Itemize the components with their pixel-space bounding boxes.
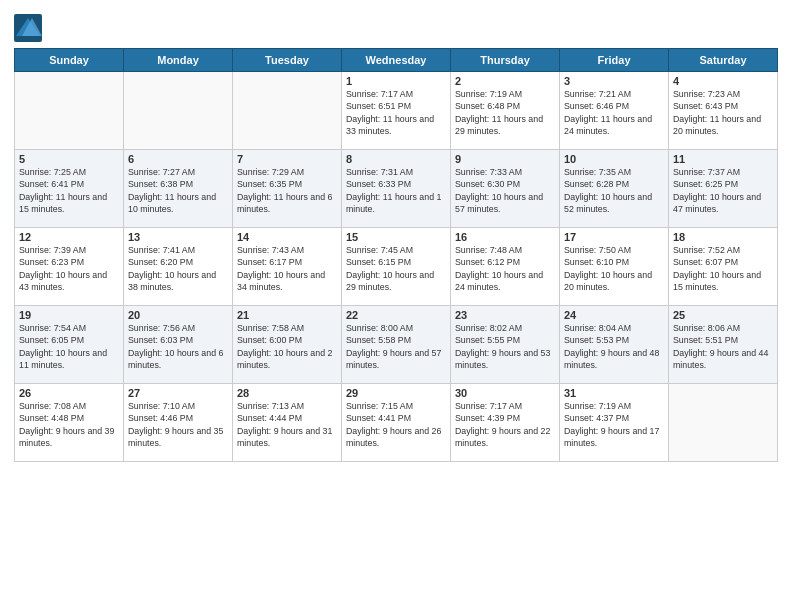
day-info: Sunrise: 7:58 AM Sunset: 6:00 PM Dayligh… [237,322,337,371]
day-number: 5 [19,153,119,165]
day-info: Sunrise: 7:33 AM Sunset: 6:30 PM Dayligh… [455,166,555,215]
calendar-cell: 26Sunrise: 7:08 AM Sunset: 4:48 PM Dayli… [15,384,124,462]
day-number: 19 [19,309,119,321]
page-container: SundayMondayTuesdayWednesdayThursdayFrid… [0,0,792,470]
day-info: Sunrise: 8:06 AM Sunset: 5:51 PM Dayligh… [673,322,773,371]
day-number: 29 [346,387,446,399]
calendar-week-row: 19Sunrise: 7:54 AM Sunset: 6:05 PM Dayli… [15,306,778,384]
calendar-week-row: 26Sunrise: 7:08 AM Sunset: 4:48 PM Dayli… [15,384,778,462]
calendar-cell: 20Sunrise: 7:56 AM Sunset: 6:03 PM Dayli… [124,306,233,384]
day-info: Sunrise: 7:50 AM Sunset: 6:10 PM Dayligh… [564,244,664,293]
day-info: Sunrise: 7:35 AM Sunset: 6:28 PM Dayligh… [564,166,664,215]
day-number: 3 [564,75,664,87]
calendar-cell: 6Sunrise: 7:27 AM Sunset: 6:38 PM Daylig… [124,150,233,228]
calendar-cell: 28Sunrise: 7:13 AM Sunset: 4:44 PM Dayli… [233,384,342,462]
day-info: Sunrise: 7:23 AM Sunset: 6:43 PM Dayligh… [673,88,773,137]
calendar-cell: 27Sunrise: 7:10 AM Sunset: 4:46 PM Dayli… [124,384,233,462]
logo [14,14,45,42]
calendar-cell: 2Sunrise: 7:19 AM Sunset: 6:48 PM Daylig… [451,72,560,150]
day-number: 27 [128,387,228,399]
calendar-cell: 8Sunrise: 7:31 AM Sunset: 6:33 PM Daylig… [342,150,451,228]
day-info: Sunrise: 7:13 AM Sunset: 4:44 PM Dayligh… [237,400,337,449]
day-number: 6 [128,153,228,165]
day-info: Sunrise: 7:45 AM Sunset: 6:15 PM Dayligh… [346,244,446,293]
weekday-header-row: SundayMondayTuesdayWednesdayThursdayFrid… [15,49,778,72]
day-number: 9 [455,153,555,165]
day-number: 18 [673,231,773,243]
day-info: Sunrise: 7:25 AM Sunset: 6:41 PM Dayligh… [19,166,119,215]
calendar-cell: 21Sunrise: 7:58 AM Sunset: 6:00 PM Dayli… [233,306,342,384]
day-info: Sunrise: 7:19 AM Sunset: 4:37 PM Dayligh… [564,400,664,449]
day-info: Sunrise: 7:19 AM Sunset: 6:48 PM Dayligh… [455,88,555,137]
day-number: 15 [346,231,446,243]
day-info: Sunrise: 7:56 AM Sunset: 6:03 PM Dayligh… [128,322,228,371]
weekday-header-tuesday: Tuesday [233,49,342,72]
day-number: 26 [19,387,119,399]
day-number: 17 [564,231,664,243]
day-number: 12 [19,231,119,243]
day-number: 14 [237,231,337,243]
day-number: 8 [346,153,446,165]
day-info: Sunrise: 7:29 AM Sunset: 6:35 PM Dayligh… [237,166,337,215]
calendar-cell [124,72,233,150]
day-number: 20 [128,309,228,321]
weekday-header-monday: Monday [124,49,233,72]
day-number: 16 [455,231,555,243]
calendar-week-row: 1Sunrise: 7:17 AM Sunset: 6:51 PM Daylig… [15,72,778,150]
day-info: Sunrise: 7:37 AM Sunset: 6:25 PM Dayligh… [673,166,773,215]
day-info: Sunrise: 7:15 AM Sunset: 4:41 PM Dayligh… [346,400,446,449]
calendar-cell [15,72,124,150]
day-info: Sunrise: 7:54 AM Sunset: 6:05 PM Dayligh… [19,322,119,371]
day-info: Sunrise: 7:21 AM Sunset: 6:46 PM Dayligh… [564,88,664,137]
day-info: Sunrise: 7:08 AM Sunset: 4:48 PM Dayligh… [19,400,119,449]
calendar-cell: 3Sunrise: 7:21 AM Sunset: 6:46 PM Daylig… [560,72,669,150]
calendar-cell: 22Sunrise: 8:00 AM Sunset: 5:58 PM Dayli… [342,306,451,384]
day-info: Sunrise: 7:17 AM Sunset: 6:51 PM Dayligh… [346,88,446,137]
calendar-cell: 15Sunrise: 7:45 AM Sunset: 6:15 PM Dayli… [342,228,451,306]
calendar-cell: 5Sunrise: 7:25 AM Sunset: 6:41 PM Daylig… [15,150,124,228]
calendar-cell: 23Sunrise: 8:02 AM Sunset: 5:55 PM Dayli… [451,306,560,384]
day-number: 28 [237,387,337,399]
calendar-cell [233,72,342,150]
day-info: Sunrise: 8:02 AM Sunset: 5:55 PM Dayligh… [455,322,555,371]
weekday-header-sunday: Sunday [15,49,124,72]
day-info: Sunrise: 7:48 AM Sunset: 6:12 PM Dayligh… [455,244,555,293]
day-info: Sunrise: 7:31 AM Sunset: 6:33 PM Dayligh… [346,166,446,215]
day-number: 7 [237,153,337,165]
calendar-cell: 31Sunrise: 7:19 AM Sunset: 4:37 PM Dayli… [560,384,669,462]
calendar-cell: 7Sunrise: 7:29 AM Sunset: 6:35 PM Daylig… [233,150,342,228]
logo-icon [14,14,42,42]
calendar-table: SundayMondayTuesdayWednesdayThursdayFrid… [14,48,778,462]
day-info: Sunrise: 7:39 AM Sunset: 6:23 PM Dayligh… [19,244,119,293]
calendar-cell: 9Sunrise: 7:33 AM Sunset: 6:30 PM Daylig… [451,150,560,228]
calendar-week-row: 5Sunrise: 7:25 AM Sunset: 6:41 PM Daylig… [15,150,778,228]
calendar-cell: 10Sunrise: 7:35 AM Sunset: 6:28 PM Dayli… [560,150,669,228]
calendar-cell: 30Sunrise: 7:17 AM Sunset: 4:39 PM Dayli… [451,384,560,462]
day-info: Sunrise: 8:04 AM Sunset: 5:53 PM Dayligh… [564,322,664,371]
calendar-cell: 16Sunrise: 7:48 AM Sunset: 6:12 PM Dayli… [451,228,560,306]
day-info: Sunrise: 8:00 AM Sunset: 5:58 PM Dayligh… [346,322,446,371]
calendar-cell: 17Sunrise: 7:50 AM Sunset: 6:10 PM Dayli… [560,228,669,306]
day-number: 31 [564,387,664,399]
day-number: 24 [564,309,664,321]
day-info: Sunrise: 7:43 AM Sunset: 6:17 PM Dayligh… [237,244,337,293]
calendar-cell: 11Sunrise: 7:37 AM Sunset: 6:25 PM Dayli… [669,150,778,228]
calendar-cell: 24Sunrise: 8:04 AM Sunset: 5:53 PM Dayli… [560,306,669,384]
day-number: 2 [455,75,555,87]
day-number: 25 [673,309,773,321]
day-number: 1 [346,75,446,87]
calendar-cell [669,384,778,462]
day-number: 4 [673,75,773,87]
calendar-cell: 4Sunrise: 7:23 AM Sunset: 6:43 PM Daylig… [669,72,778,150]
weekday-header-friday: Friday [560,49,669,72]
weekday-header-wednesday: Wednesday [342,49,451,72]
header [14,10,778,42]
calendar-cell: 14Sunrise: 7:43 AM Sunset: 6:17 PM Dayli… [233,228,342,306]
day-info: Sunrise: 7:52 AM Sunset: 6:07 PM Dayligh… [673,244,773,293]
day-number: 30 [455,387,555,399]
day-number: 11 [673,153,773,165]
day-number: 23 [455,309,555,321]
calendar-cell: 12Sunrise: 7:39 AM Sunset: 6:23 PM Dayli… [15,228,124,306]
day-info: Sunrise: 7:27 AM Sunset: 6:38 PM Dayligh… [128,166,228,215]
day-number: 21 [237,309,337,321]
